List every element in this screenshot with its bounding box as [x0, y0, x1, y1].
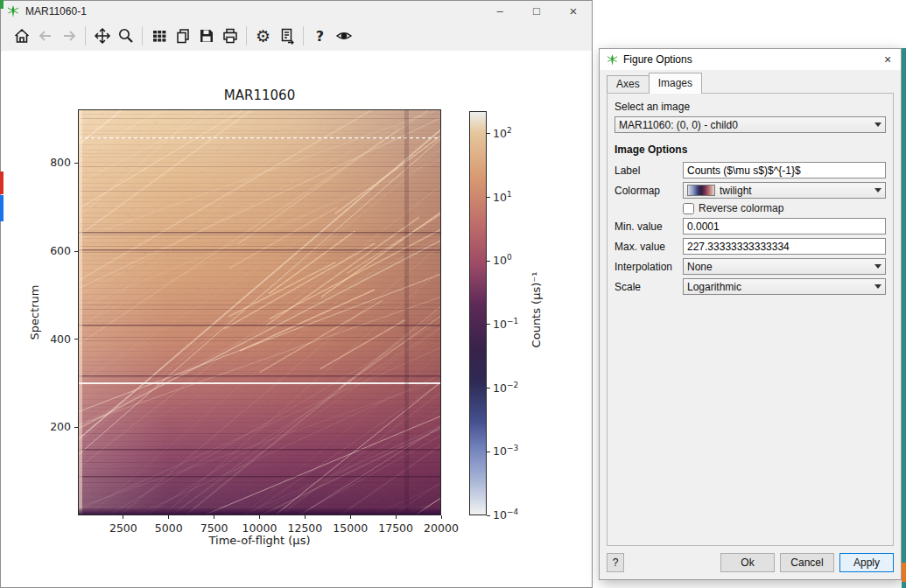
script-icon[interactable] [275, 24, 298, 48]
y-tick-mark [74, 339, 78, 340]
colorbar-label: Counts (μs)⁻¹ [530, 272, 543, 348]
home-icon[interactable] [10, 24, 33, 48]
copy-icon[interactable] [171, 24, 194, 48]
x-tick-mark [441, 515, 442, 519]
colorbar-tick-mark [487, 324, 490, 325]
colormap-select[interactable]: twilight [683, 182, 886, 199]
dialog-app-icon [606, 53, 619, 66]
x-tick-mark [305, 515, 306, 519]
x-tick-label: 20000 [413, 522, 469, 535]
colorbar-tick-mark [487, 197, 490, 198]
pan-icon[interactable] [90, 24, 114, 48]
plot-toolbar: ⚙ ? [1, 21, 592, 52]
colorbar-tick-mark [487, 388, 490, 388]
ok-button[interactable]: Ok [720, 553, 775, 572]
dialog-title: Figure Options [623, 53, 692, 66]
reverse-colormap-checkbox[interactable] [683, 203, 694, 214]
colormap-field-label: Colormap [615, 185, 683, 197]
y-tick-label: 600 [27, 244, 71, 257]
y-tick-label: 200 [27, 420, 71, 433]
plot-title: MAR11060 [78, 88, 441, 103]
help-icon[interactable]: ? [308, 24, 332, 48]
heatmap-canvas[interactable] [79, 110, 440, 514]
colorbar-tick-label: 10−2 [493, 381, 533, 395]
dialog-close-icon[interactable]: × [874, 49, 901, 70]
maximize-button[interactable]: □ [518, 1, 555, 21]
y-tick-mark [74, 427, 78, 428]
edge-artifact-blue [0, 195, 4, 221]
close-button[interactable]: × [555, 1, 592, 21]
edge-artifact-orange [902, 563, 906, 582]
images-tab-pane: Select an image MAR11060: (0, 0) - child… [607, 93, 894, 546]
x-tick-mark [123, 515, 123, 519]
colorbar-tick-mark [487, 133, 490, 134]
label-field-label: Label [615, 164, 683, 177]
colorbar-tick-label: 100 [493, 253, 533, 267]
select-image-label: Select an image [615, 101, 886, 113]
figure-window: MAR11060-1 – □ × [0, 0, 593, 588]
chevron-down-icon [874, 284, 881, 289]
colorbar-tick-label: 10−4 [493, 508, 533, 522]
interpolation-field-label: Interpolation [615, 261, 683, 273]
edge-artifact-red [0, 172, 4, 194]
print-icon[interactable] [218, 24, 242, 48]
colormap-preview [687, 185, 715, 196]
window-titlebar[interactable]: MAR11060-1 – □ × [1, 1, 592, 21]
colorbar-tick-label: 101 [493, 190, 533, 204]
chevron-down-icon [874, 188, 881, 192]
back-icon[interactable] [33, 24, 57, 48]
y-tick-mark [74, 163, 78, 164]
subplots-grid-icon[interactable] [147, 24, 171, 48]
tab-axes[interactable]: Axes [607, 75, 650, 94]
save-icon[interactable] [194, 24, 218, 48]
tab-images[interactable]: Images [649, 73, 702, 94]
chevron-down-icon [874, 264, 881, 269]
label-input[interactable] [683, 162, 886, 178]
x-tick-mark [396, 515, 397, 519]
figure-canvas-area: MAR11060 Time-of-flight (μs) Spectrum Co… [2, 51, 592, 587]
app-icon [6, 4, 20, 18]
y-tick-label: 800 [27, 156, 71, 169]
y-tick-mark [74, 251, 78, 252]
min-value-field-label: Min. value [615, 220, 683, 233]
colorbar-tick-label: 10−1 [493, 317, 533, 331]
y-tick-label: 400 [27, 332, 71, 346]
colorbar-tick-label: 102 [493, 126, 533, 140]
max-value-field-label: Max. value [615, 241, 683, 253]
image-select[interactable]: MAR11060: (0, 0) - child0 [615, 116, 886, 133]
heatmap-plot[interactable] [78, 109, 441, 515]
colorbar-tick-mark [487, 261, 490, 262]
minimize-button[interactable]: – [481, 1, 518, 21]
apply-button[interactable]: Apply [839, 553, 894, 572]
colorbar-tick-mark [487, 452, 490, 452]
desktop: MAR11060-1 – □ × [0, 0, 906, 588]
min-value-input[interactable] [683, 218, 886, 234]
forward-icon[interactable] [57, 24, 81, 48]
cancel-button[interactable]: Cancel [780, 553, 834, 572]
chevron-down-icon [874, 122, 881, 127]
dialog-tabbar: Axes Images [600, 70, 901, 94]
eye-icon[interactable] [332, 24, 355, 48]
x-axis-label: Time-of-flight (μs) [78, 534, 441, 547]
colorbar-tick-label: 10−3 [493, 444, 533, 458]
x-tick-mark [350, 515, 351, 519]
window-title: MAR11060-1 [25, 5, 87, 18]
x-tick-mark [168, 515, 169, 519]
figure-options-dialog: Figure Options × Axes Images Select an i… [599, 48, 902, 580]
zoom-icon[interactable] [114, 24, 137, 48]
colorbar[interactable] [469, 111, 487, 515]
scale-field-label: Scale [615, 281, 683, 293]
scale-select[interactable]: Logarithmic [683, 278, 886, 295]
x-tick-mark [214, 515, 214, 519]
context-help-button[interactable]: ? [607, 553, 624, 572]
settings-gear-icon[interactable]: ⚙ [251, 24, 275, 48]
reverse-colormap-label[interactable]: Reverse colormap [699, 202, 783, 214]
max-value-input[interactable] [683, 238, 886, 255]
dialog-button-row: ? Ok Cancel Apply [600, 546, 901, 579]
image-options-heading: Image Options [615, 144, 886, 156]
edge-artifact-green [0, 0, 4, 9]
interpolation-select[interactable]: None [683, 258, 886, 275]
colorbar-tick-mark [487, 515, 490, 516]
dialog-titlebar[interactable]: Figure Options × [600, 49, 901, 70]
edge-artifact-teal [902, 48, 906, 588]
